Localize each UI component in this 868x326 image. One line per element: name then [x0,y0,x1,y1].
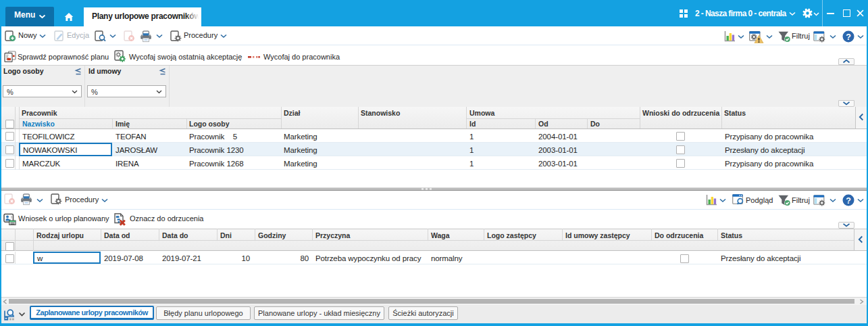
svg-text:?: ? [846,32,851,42]
svg-text:?: ? [846,196,851,206]
